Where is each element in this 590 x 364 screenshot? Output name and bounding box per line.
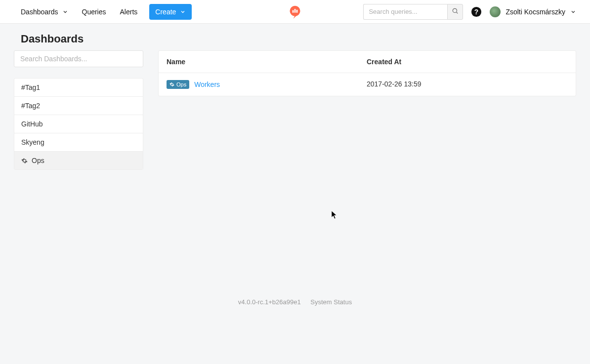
- sidebar: #Tag1#Tag2GitHubSkyengOps: [14, 50, 143, 170]
- sidebar-item[interactable]: #Tag1: [14, 79, 143, 97]
- sidebar-item[interactable]: Ops: [14, 152, 143, 169]
- col-created-at[interactable]: Created At: [359, 51, 576, 73]
- content: Dashboards #Tag1#Tag2GitHubSkyengOps Nam…: [0, 24, 590, 335]
- footer: v4.0.0-rc.1+b26a99e1 System Status: [14, 298, 576, 306]
- create-button-label: Create: [155, 8, 176, 16]
- cell-name: OpsWorkers: [159, 73, 359, 96]
- sidebar-item-label: #Tag1: [21, 83, 40, 91]
- gear-icon: [21, 158, 28, 164]
- svg-rect-2: [295, 8, 296, 12]
- nav-alerts[interactable]: Alerts: [113, 0, 145, 24]
- chevron-down-icon: [62, 9, 68, 15]
- cell-created-at: 2017-02-26 13:59: [359, 73, 576, 96]
- sidebar-item[interactable]: Skyeng: [14, 133, 143, 152]
- search-icon: [452, 7, 459, 16]
- nav-right: ? Zsolti Kocsmárszky: [363, 4, 576, 20]
- help-icon[interactable]: ?: [471, 6, 482, 17]
- table-body: OpsWorkers2017-02-26 13:59: [159, 73, 576, 96]
- col-name[interactable]: Name: [159, 51, 359, 73]
- nav-left: Dashboards Queries Alerts Create: [14, 0, 192, 24]
- user-name: Zsolti Kocsmárszky: [506, 8, 565, 16]
- sidebar-item[interactable]: #Tag2: [14, 97, 143, 115]
- page-title: Dashboards: [21, 33, 576, 45]
- sidebar-item-label: Skyeng: [21, 138, 44, 146]
- dashboard-table: Name Created At OpsWorkers2017-02-26 13:…: [158, 50, 576, 96]
- chevron-down-icon: [180, 9, 186, 15]
- logo: [288, 5, 302, 19]
- version-text: v4.0.0-rc.1+b26a99e1: [238, 298, 301, 306]
- nav-queries[interactable]: Queries: [75, 0, 113, 24]
- sidebar-item-label: Ops: [32, 157, 44, 164]
- svg-rect-3: [296, 9, 298, 12]
- avatar: [490, 6, 501, 17]
- svg-line-5: [457, 12, 458, 13]
- sidebar-list: #Tag1#Tag2GitHubSkyengOps: [14, 78, 143, 170]
- system-status-link[interactable]: System Status: [310, 298, 352, 306]
- topbar: Dashboards Queries Alerts Create: [0, 0, 590, 24]
- tag-badge-label: Ops: [176, 81, 186, 88]
- sidebar-item[interactable]: GitHub: [14, 115, 143, 133]
- tag-badge: Ops: [167, 80, 189, 89]
- chevron-down-icon: [570, 9, 576, 15]
- table-head: Name Created At: [159, 51, 576, 73]
- nav-alerts-label: Alerts: [120, 8, 138, 16]
- columns: #Tag1#Tag2GitHubSkyengOps Name Created A…: [14, 50, 576, 170]
- dashboard-link[interactable]: Workers: [194, 81, 220, 88]
- sidebar-item-label: GitHub: [21, 120, 43, 128]
- svg-rect-1: [293, 10, 294, 12]
- main: Name Created At OpsWorkers2017-02-26 13:…: [158, 50, 576, 96]
- svg-point-4: [453, 8, 457, 12]
- search-button[interactable]: [447, 4, 463, 20]
- nav-dashboards[interactable]: Dashboards: [14, 0, 75, 24]
- search-input[interactable]: [363, 4, 447, 20]
- nav-queries-label: Queries: [82, 8, 106, 16]
- table-row: OpsWorkers2017-02-26 13:59: [159, 73, 576, 96]
- svg-text:?: ?: [474, 8, 478, 15]
- dashboard-search-input[interactable]: [14, 50, 143, 67]
- search-wrap: [363, 4, 463, 20]
- create-button[interactable]: Create: [149, 4, 192, 20]
- sidebar-item-label: #Tag2: [21, 102, 40, 110]
- user-menu[interactable]: Zsolti Kocsmárszky: [490, 6, 576, 17]
- nav-dashboards-label: Dashboards: [21, 8, 58, 16]
